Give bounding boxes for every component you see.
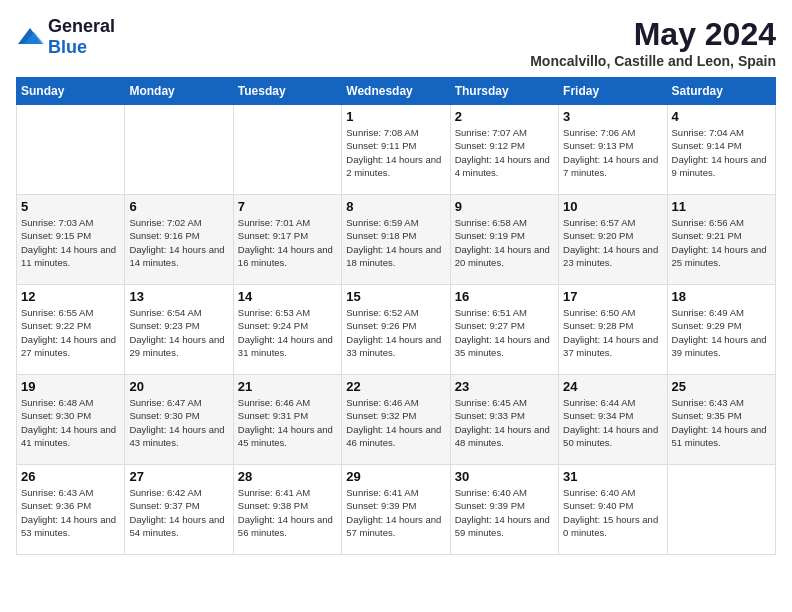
day-number: 1 bbox=[346, 109, 445, 124]
calendar-cell: 21Sunrise: 6:46 AMSunset: 9:31 PMDayligh… bbox=[233, 375, 341, 465]
sunrise-text: Sunrise: 6:40 AM bbox=[563, 487, 635, 498]
sunset-text: Sunset: 9:36 PM bbox=[21, 500, 91, 511]
daylight-text: Daylight: 14 hours and 51 minutes. bbox=[672, 424, 767, 448]
calendar-cell: 16Sunrise: 6:51 AMSunset: 9:27 PMDayligh… bbox=[450, 285, 558, 375]
daylight-text: Daylight: 14 hours and 54 minutes. bbox=[129, 514, 224, 538]
sunrise-text: Sunrise: 6:46 AM bbox=[346, 397, 418, 408]
sunrise-text: Sunrise: 7:06 AM bbox=[563, 127, 635, 138]
sunset-text: Sunset: 9:31 PM bbox=[238, 410, 308, 421]
day-number: 26 bbox=[21, 469, 120, 484]
day-info: Sunrise: 6:51 AMSunset: 9:27 PMDaylight:… bbox=[455, 306, 554, 359]
sunset-text: Sunset: 9:30 PM bbox=[21, 410, 91, 421]
day-info: Sunrise: 6:44 AMSunset: 9:34 PMDaylight:… bbox=[563, 396, 662, 449]
sunrise-text: Sunrise: 7:01 AM bbox=[238, 217, 310, 228]
sunrise-text: Sunrise: 6:46 AM bbox=[238, 397, 310, 408]
sunrise-text: Sunrise: 6:43 AM bbox=[672, 397, 744, 408]
daylight-text: Daylight: 14 hours and 25 minutes. bbox=[672, 244, 767, 268]
day-info: Sunrise: 6:48 AMSunset: 9:30 PMDaylight:… bbox=[21, 396, 120, 449]
day-number: 15 bbox=[346, 289, 445, 304]
sunset-text: Sunset: 9:32 PM bbox=[346, 410, 416, 421]
day-info: Sunrise: 6:46 AMSunset: 9:32 PMDaylight:… bbox=[346, 396, 445, 449]
day-info: Sunrise: 6:49 AMSunset: 9:29 PMDaylight:… bbox=[672, 306, 771, 359]
logo-blue: Blue bbox=[48, 37, 87, 57]
calendar-table: SundayMondayTuesdayWednesdayThursdayFrid… bbox=[16, 77, 776, 555]
page-header: General Blue May 2024 Moncalvillo, Casti… bbox=[16, 16, 776, 69]
sunset-text: Sunset: 9:20 PM bbox=[563, 230, 633, 241]
calendar-cell: 2Sunrise: 7:07 AMSunset: 9:12 PMDaylight… bbox=[450, 105, 558, 195]
calendar-cell: 4Sunrise: 7:04 AMSunset: 9:14 PMDaylight… bbox=[667, 105, 775, 195]
sunrise-text: Sunrise: 6:45 AM bbox=[455, 397, 527, 408]
day-number: 27 bbox=[129, 469, 228, 484]
sunrise-text: Sunrise: 6:52 AM bbox=[346, 307, 418, 318]
daylight-text: Daylight: 14 hours and 11 minutes. bbox=[21, 244, 116, 268]
sunset-text: Sunset: 9:19 PM bbox=[455, 230, 525, 241]
sunset-text: Sunset: 9:11 PM bbox=[346, 140, 416, 151]
sunset-text: Sunset: 9:26 PM bbox=[346, 320, 416, 331]
day-info: Sunrise: 7:01 AMSunset: 9:17 PMDaylight:… bbox=[238, 216, 337, 269]
daylight-text: Daylight: 14 hours and 33 minutes. bbox=[346, 334, 441, 358]
day-number: 22 bbox=[346, 379, 445, 394]
daylight-text: Daylight: 14 hours and 23 minutes. bbox=[563, 244, 658, 268]
calendar-cell: 14Sunrise: 6:53 AMSunset: 9:24 PMDayligh… bbox=[233, 285, 341, 375]
daylight-text: Daylight: 14 hours and 27 minutes. bbox=[21, 334, 116, 358]
sunrise-text: Sunrise: 6:49 AM bbox=[672, 307, 744, 318]
calendar-cell: 27Sunrise: 6:42 AMSunset: 9:37 PMDayligh… bbox=[125, 465, 233, 555]
day-info: Sunrise: 6:40 AMSunset: 9:40 PMDaylight:… bbox=[563, 486, 662, 539]
daylight-text: Daylight: 15 hours and 0 minutes. bbox=[563, 514, 658, 538]
sunrise-text: Sunrise: 6:43 AM bbox=[21, 487, 93, 498]
day-number: 21 bbox=[238, 379, 337, 394]
sunset-text: Sunset: 9:38 PM bbox=[238, 500, 308, 511]
daylight-text: Daylight: 14 hours and 53 minutes. bbox=[21, 514, 116, 538]
day-info: Sunrise: 6:52 AMSunset: 9:26 PMDaylight:… bbox=[346, 306, 445, 359]
day-info: Sunrise: 7:02 AMSunset: 9:16 PMDaylight:… bbox=[129, 216, 228, 269]
daylight-text: Daylight: 14 hours and 46 minutes. bbox=[346, 424, 441, 448]
daylight-text: Daylight: 14 hours and 59 minutes. bbox=[455, 514, 550, 538]
sunset-text: Sunset: 9:13 PM bbox=[563, 140, 633, 151]
day-info: Sunrise: 7:06 AMSunset: 9:13 PMDaylight:… bbox=[563, 126, 662, 179]
day-info: Sunrise: 6:41 AMSunset: 9:38 PMDaylight:… bbox=[238, 486, 337, 539]
calendar-cell: 20Sunrise: 6:47 AMSunset: 9:30 PMDayligh… bbox=[125, 375, 233, 465]
calendar-cell: 26Sunrise: 6:43 AMSunset: 9:36 PMDayligh… bbox=[17, 465, 125, 555]
day-info: Sunrise: 6:46 AMSunset: 9:31 PMDaylight:… bbox=[238, 396, 337, 449]
logo-general: General bbox=[48, 16, 115, 36]
daylight-text: Daylight: 14 hours and 43 minutes. bbox=[129, 424, 224, 448]
day-number: 29 bbox=[346, 469, 445, 484]
sunset-text: Sunset: 9:37 PM bbox=[129, 500, 199, 511]
calendar-cell: 30Sunrise: 6:40 AMSunset: 9:39 PMDayligh… bbox=[450, 465, 558, 555]
day-number: 4 bbox=[672, 109, 771, 124]
calendar-cell: 17Sunrise: 6:50 AMSunset: 9:28 PMDayligh… bbox=[559, 285, 667, 375]
calendar-cell: 28Sunrise: 6:41 AMSunset: 9:38 PMDayligh… bbox=[233, 465, 341, 555]
day-number: 23 bbox=[455, 379, 554, 394]
day-info: Sunrise: 6:42 AMSunset: 9:37 PMDaylight:… bbox=[129, 486, 228, 539]
sunrise-text: Sunrise: 6:53 AM bbox=[238, 307, 310, 318]
day-number: 30 bbox=[455, 469, 554, 484]
sunset-text: Sunset: 9:35 PM bbox=[672, 410, 742, 421]
sunrise-text: Sunrise: 6:58 AM bbox=[455, 217, 527, 228]
sunset-text: Sunset: 9:29 PM bbox=[672, 320, 742, 331]
calendar-cell bbox=[125, 105, 233, 195]
calendar-cell: 11Sunrise: 6:56 AMSunset: 9:21 PMDayligh… bbox=[667, 195, 775, 285]
sunrise-text: Sunrise: 6:40 AM bbox=[455, 487, 527, 498]
daylight-text: Daylight: 14 hours and 50 minutes. bbox=[563, 424, 658, 448]
sunset-text: Sunset: 9:21 PM bbox=[672, 230, 742, 241]
sunset-text: Sunset: 9:40 PM bbox=[563, 500, 633, 511]
day-number: 31 bbox=[563, 469, 662, 484]
daylight-text: Daylight: 14 hours and 14 minutes. bbox=[129, 244, 224, 268]
daylight-text: Daylight: 14 hours and 48 minutes. bbox=[455, 424, 550, 448]
day-number: 24 bbox=[563, 379, 662, 394]
calendar-cell bbox=[233, 105, 341, 195]
weekday-header: Friday bbox=[559, 78, 667, 105]
calendar-cell: 12Sunrise: 6:55 AMSunset: 9:22 PMDayligh… bbox=[17, 285, 125, 375]
day-number: 8 bbox=[346, 199, 445, 214]
day-number: 2 bbox=[455, 109, 554, 124]
weekday-header: Tuesday bbox=[233, 78, 341, 105]
day-info: Sunrise: 7:04 AMSunset: 9:14 PMDaylight:… bbox=[672, 126, 771, 179]
day-info: Sunrise: 6:43 AMSunset: 9:36 PMDaylight:… bbox=[21, 486, 120, 539]
sunrise-text: Sunrise: 7:02 AM bbox=[129, 217, 201, 228]
calendar-cell: 7Sunrise: 7:01 AMSunset: 9:17 PMDaylight… bbox=[233, 195, 341, 285]
day-info: Sunrise: 6:45 AMSunset: 9:33 PMDaylight:… bbox=[455, 396, 554, 449]
day-info: Sunrise: 6:47 AMSunset: 9:30 PMDaylight:… bbox=[129, 396, 228, 449]
sunset-text: Sunset: 9:34 PM bbox=[563, 410, 633, 421]
sunrise-text: Sunrise: 6:59 AM bbox=[346, 217, 418, 228]
weekday-header: Wednesday bbox=[342, 78, 450, 105]
